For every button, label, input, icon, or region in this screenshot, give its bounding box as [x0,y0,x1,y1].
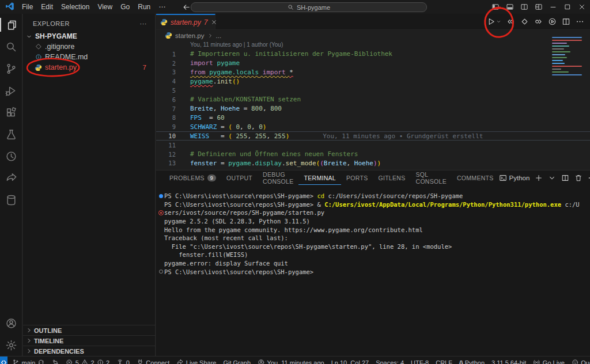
search-icon [288,4,294,10]
activity-testing[interactable] [0,123,22,145]
panel-tab-comments[interactable]: COMMENTS [452,170,499,185]
menu-run[interactable]: Run [134,0,154,14]
line-number: 8 [156,114,176,121]
remote-icon [0,359,7,364]
minimize-icon[interactable] [546,0,560,14]
panel-tab-terminal[interactable]: TERMINAL [298,170,341,185]
line-number: 11 [156,142,176,149]
status-branch-indicator[interactable]: main [9,359,48,364]
activity-settings[interactable] [0,334,22,356]
panel-tab-output[interactable]: OUTPUT [221,170,258,185]
terminal-shell-item[interactable]: Python [499,174,530,182]
panel-tab-debug-console[interactable]: DEBUG CONSOLE [258,170,298,185]
panel-tab-gitlens[interactable]: GITLENS [373,170,410,185]
panel-tab-ports[interactable]: PORTS [341,170,373,185]
split-terminal-icon[interactable] [561,174,569,182]
breadcrumb[interactable]: starten.py ... [156,31,590,40]
status-encoding[interactable]: UTF-8 [407,359,432,364]
prev-change-icon[interactable] [506,17,515,26]
activity-gitlens[interactable] [0,145,22,167]
menu-file[interactable]: File [18,0,37,14]
folder-root[interactable]: SH-PYGAME [23,31,155,41]
section-dependencies[interactable]: DEPENDENCIES [23,346,155,356]
toggle-panel-icon[interactable] [502,0,517,14]
status-go-live[interactable]: Go Live [530,359,568,364]
toggle-sidebar-icon[interactable] [488,0,502,14]
status-forwarded-ports[interactable]: 0 [113,359,133,364]
activity-accounts[interactable] [0,312,22,334]
code-editor[interactable]: You, 11 minutes ago | 1 author (You) 1# … [156,40,590,170]
explorer-more-icon[interactable]: ··· [140,20,148,27]
go-back-icon[interactable] [182,3,191,12]
activity-extensions[interactable] [0,101,22,123]
menu-edit[interactable]: Edit [37,0,57,14]
line-number: 7 [156,105,176,112]
close-window-icon[interactable] [574,0,589,14]
code-line-5: 5 [156,86,590,95]
terminal-line-9: pygame.error: display Surface quit [157,259,588,268]
status-git-graph[interactable]: Git Graph [220,359,254,364]
section-outline[interactable]: OUTLINE [23,325,155,335]
status-python-interpreter[interactable]: 3.11.5 64-bit [488,359,530,364]
status-indentation[interactable]: Spaces: 4 [372,359,407,364]
codelens-blame[interactable]: You, 11 minutes ago | 1 author (You) [190,41,283,48]
activity-live-share[interactable] [0,167,22,189]
terminal-line-2: PS C:\Users\ivost\source\repos\SH-pygame… [157,200,588,209]
file-item-gitignore[interactable]: .gitignore [23,41,155,52]
language-mode-icon: {} [459,359,463,364]
panel-tab-problems[interactable]: PROBLEMS9 [164,170,221,185]
status-language-mode[interactable]: {}Python [456,359,488,364]
menu-go[interactable]: Go [116,0,134,14]
section-timeline[interactable]: TIMELINE [23,335,155,346]
status-file-blame[interactable]: You, 11 minutes ago [254,359,328,364]
command-center-search[interactable]: SH-pygame [191,2,427,12]
new-terminal-icon[interactable] [535,174,543,182]
terminal-more-icon[interactable] [588,174,590,182]
remote-indicator[interactable] [0,357,7,364]
run-dropdown-icon[interactable] [496,19,501,24]
customize-layout-icon[interactable] [531,0,546,14]
minimap[interactable] [552,37,582,83]
split-editor-layout-icon[interactable] [517,0,531,14]
code-line-4: 4pygame.init() [156,77,590,86]
close-tab-icon[interactable] [211,19,217,25]
file-item-READMEmd[interactable]: README.md [23,52,155,62]
split-editor-icon[interactable] [562,17,570,26]
maximize-icon[interactable] [560,0,574,14]
status-live-share[interactable]: Live Share [173,359,220,364]
next-change-icon[interactable] [534,17,543,26]
status-cursor-position[interactable]: Ln 10, Col 27 [328,359,372,364]
status-quokka[interactable]: Quokka [568,359,590,364]
terminal-output[interactable]: PS C:\Users\ivost\source\repos\SH-pygame… [157,192,588,276]
code-line-7: 7Breite, Hoehe = 800, 800 [156,104,590,113]
menu-selection[interactable]: Selection [57,0,93,14]
python-file-icon [165,32,172,39]
tab-starten-py[interactable]: starten.py 7 [156,14,215,29]
panel-tab-sql-console[interactable]: SQL CONSOLE [411,170,452,185]
problems-badge: 7 [143,64,146,71]
run-python-file-icon[interactable] [487,17,496,26]
code-line-11: 11 [156,141,590,150]
terminal-dropdown-icon[interactable] [548,174,556,182]
status-connect[interactable]: Connect [133,359,173,364]
activity-source-control[interactable] [0,58,22,79]
branch-indicator-icon [12,359,20,364]
activity-database[interactable] [0,189,22,211]
run-or-debug-icon[interactable] [548,17,557,26]
file-item-startenpy[interactable]: starten.py7 [23,62,155,73]
terminal-line-6: Traceback (most recent call last): [157,234,588,242]
status-compare-changes[interactable] [48,359,63,364]
activity-search[interactable] [0,36,22,58]
terminal-line-5: Hello from the pygame community. https:/… [157,225,588,234]
status-diagnostics[interactable]: 522 [62,359,113,364]
activity-run-and-debug[interactable] [0,79,22,101]
activity-explorer[interactable] [0,14,22,36]
kill-terminal-icon[interactable] [574,174,583,182]
menu-view[interactable]: View [93,0,116,14]
code-line-8: 8FPS = 60 [156,113,590,123]
status-eol-sequence[interactable]: CRLF [432,359,456,364]
more-actions-icon[interactable] [576,17,584,26]
inline-blame: You, 11 minutes ago • Grundgerüst erstel… [323,132,483,140]
open-changes-icon[interactable] [520,17,529,26]
menu-⋯[interactable]: ⋯ [154,0,169,14]
